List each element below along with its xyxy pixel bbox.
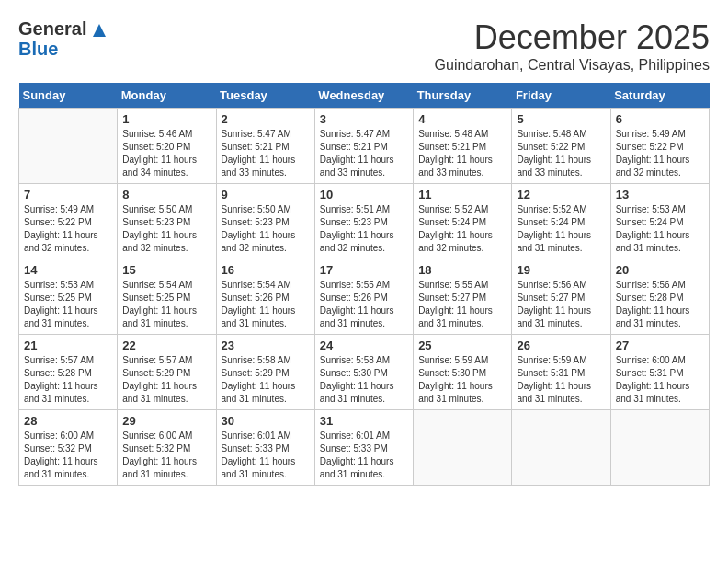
calendar-header-tuesday: Tuesday: [216, 83, 314, 109]
table-row: 8Sunrise: 5:50 AM Sunset: 5:23 PM Daylig…: [118, 184, 216, 259]
logo-general: General: [18, 18, 86, 39]
table-row: 22Sunrise: 5:57 AM Sunset: 5:29 PM Dayli…: [118, 335, 216, 410]
day-number: 24: [320, 339, 408, 352]
day-info: Sunrise: 6:00 AM Sunset: 5:32 PM Dayligh…: [24, 430, 112, 481]
day-info: Sunrise: 5:50 AM Sunset: 5:23 PM Dayligh…: [222, 203, 310, 255]
day-number: 17: [320, 263, 408, 277]
calendar-header-thursday: Thursday: [414, 83, 512, 109]
day-number: 20: [616, 263, 704, 277]
calendar-week-row: 7Sunrise: 5:49 AM Sunset: 5:22 PM Daylig…: [19, 184, 710, 259]
table-row: [610, 410, 709, 486]
day-info: Sunrise: 5:52 AM Sunset: 5:24 PM Dayligh…: [418, 203, 506, 255]
table-row: 13Sunrise: 5:53 AM Sunset: 5:24 PM Dayli…: [610, 184, 709, 259]
table-row: 23Sunrise: 5:58 AM Sunset: 5:29 PM Dayli…: [216, 335, 314, 410]
logo-icon: [93, 24, 106, 37]
location: Guindarohan, Central Visayas, Philippine…: [435, 57, 710, 74]
day-info: Sunrise: 5:53 AM Sunset: 5:25 PM Dayligh…: [24, 279, 112, 330]
day-number: 11: [418, 188, 506, 201]
day-number: 10: [320, 188, 408, 201]
calendar-header-friday: Friday: [512, 83, 610, 109]
table-row: 28Sunrise: 6:00 AM Sunset: 5:32 PM Dayli…: [19, 410, 118, 486]
day-info: Sunrise: 5:47 AM Sunset: 5:21 PM Dayligh…: [222, 128, 310, 179]
month-title: December 2025: [435, 18, 710, 57]
day-info: Sunrise: 6:00 AM Sunset: 5:31 PM Dayligh…: [616, 354, 704, 406]
day-info: Sunrise: 5:57 AM Sunset: 5:28 PM Dayligh…: [24, 354, 112, 406]
day-number: 1: [122, 112, 210, 126]
day-number: 6: [616, 112, 704, 126]
calendar-week-row: 28Sunrise: 6:00 AM Sunset: 5:32 PM Dayli…: [19, 410, 710, 486]
calendar-header-wednesday: Wednesday: [314, 83, 413, 109]
calendar-table: SundayMondayTuesdayWednesdayThursdayFrid…: [18, 83, 710, 486]
day-info: Sunrise: 6:00 AM Sunset: 5:32 PM Dayligh…: [122, 430, 210, 481]
calendar-week-row: 1Sunrise: 5:46 AM Sunset: 5:20 PM Daylig…: [19, 109, 710, 184]
day-info: Sunrise: 5:54 AM Sunset: 5:26 PM Dayligh…: [222, 279, 310, 330]
day-info: Sunrise: 5:48 AM Sunset: 5:21 PM Dayligh…: [418, 128, 506, 179]
day-number: 27: [616, 339, 704, 352]
day-number: 2: [222, 112, 310, 126]
day-info: Sunrise: 6:01 AM Sunset: 5:33 PM Dayligh…: [320, 430, 408, 481]
day-info: Sunrise: 5:49 AM Sunset: 5:22 PM Dayligh…: [616, 128, 704, 179]
day-number: 19: [517, 263, 605, 277]
day-number: 12: [517, 188, 605, 201]
day-info: Sunrise: 5:49 AM Sunset: 5:22 PM Dayligh…: [24, 203, 112, 255]
table-row: 27Sunrise: 6:00 AM Sunset: 5:31 PM Dayli…: [610, 335, 709, 410]
table-row: 29Sunrise: 6:00 AM Sunset: 5:32 PM Dayli…: [118, 410, 216, 486]
table-row: 31Sunrise: 6:01 AM Sunset: 5:33 PM Dayli…: [314, 410, 413, 486]
day-info: Sunrise: 5:50 AM Sunset: 5:23 PM Dayligh…: [122, 203, 210, 255]
day-number: 3: [320, 112, 408, 126]
day-info: Sunrise: 5:57 AM Sunset: 5:29 PM Dayligh…: [122, 354, 210, 406]
table-row: 10Sunrise: 5:51 AM Sunset: 5:23 PM Dayli…: [314, 184, 413, 259]
day-info: Sunrise: 5:56 AM Sunset: 5:28 PM Dayligh…: [616, 279, 704, 330]
table-row: 20Sunrise: 5:56 AM Sunset: 5:28 PM Dayli…: [610, 259, 709, 335]
day-info: Sunrise: 5:55 AM Sunset: 5:27 PM Dayligh…: [418, 279, 506, 330]
day-info: Sunrise: 5:59 AM Sunset: 5:31 PM Dayligh…: [517, 354, 605, 406]
table-row: 16Sunrise: 5:54 AM Sunset: 5:26 PM Dayli…: [216, 259, 314, 335]
table-row: [414, 410, 512, 486]
calendar-header-sunday: Sunday: [19, 83, 118, 109]
table-row: [19, 109, 118, 184]
table-row: 3Sunrise: 5:47 AM Sunset: 5:21 PM Daylig…: [314, 109, 413, 184]
day-number: 21: [24, 339, 112, 352]
table-row: [512, 410, 610, 486]
day-info: Sunrise: 5:59 AM Sunset: 5:30 PM Dayligh…: [418, 354, 506, 406]
table-row: 14Sunrise: 5:53 AM Sunset: 5:25 PM Dayli…: [19, 259, 118, 335]
day-info: Sunrise: 5:53 AM Sunset: 5:24 PM Dayligh…: [616, 203, 704, 255]
table-row: 24Sunrise: 5:58 AM Sunset: 5:30 PM Dayli…: [314, 335, 413, 410]
table-row: 26Sunrise: 5:59 AM Sunset: 5:31 PM Dayli…: [512, 335, 610, 410]
day-info: Sunrise: 5:54 AM Sunset: 5:25 PM Dayligh…: [122, 279, 210, 330]
day-info: Sunrise: 5:56 AM Sunset: 5:27 PM Dayligh…: [517, 279, 605, 330]
day-number: 26: [517, 339, 605, 352]
table-row: 2Sunrise: 5:47 AM Sunset: 5:21 PM Daylig…: [216, 109, 314, 184]
table-row: 30Sunrise: 6:01 AM Sunset: 5:33 PM Dayli…: [216, 410, 314, 486]
day-number: 25: [418, 339, 506, 352]
day-info: Sunrise: 5:46 AM Sunset: 5:20 PM Dayligh…: [122, 128, 210, 179]
day-number: 23: [222, 339, 310, 352]
logo-blue-text: [86, 18, 107, 39]
logo: General Blue: [18, 18, 107, 59]
day-number: 28: [24, 414, 112, 428]
day-number: 15: [122, 263, 210, 277]
table-row: 15Sunrise: 5:54 AM Sunset: 5:25 PM Dayli…: [118, 259, 216, 335]
day-number: 13: [616, 188, 704, 201]
calendar-header-row: SundayMondayTuesdayWednesdayThursdayFrid…: [19, 83, 710, 109]
day-info: Sunrise: 5:51 AM Sunset: 5:23 PM Dayligh…: [320, 203, 408, 255]
day-info: Sunrise: 5:48 AM Sunset: 5:22 PM Dayligh…: [517, 128, 605, 179]
title-section: December 2025 Guindarohan, Central Visay…: [435, 18, 710, 74]
day-number: 9: [222, 188, 310, 201]
day-number: 4: [418, 112, 506, 126]
day-number: 31: [320, 414, 408, 428]
calendar-header-monday: Monday: [118, 83, 216, 109]
day-number: 7: [24, 188, 112, 201]
calendar-week-row: 21Sunrise: 5:57 AM Sunset: 5:28 PM Dayli…: [19, 335, 710, 410]
day-number: 29: [122, 414, 210, 428]
day-info: Sunrise: 5:47 AM Sunset: 5:21 PM Dayligh…: [320, 128, 408, 179]
table-row: 11Sunrise: 5:52 AM Sunset: 5:24 PM Dayli…: [414, 184, 512, 259]
table-row: 5Sunrise: 5:48 AM Sunset: 5:22 PM Daylig…: [512, 109, 610, 184]
day-number: 16: [222, 263, 310, 277]
table-row: 25Sunrise: 5:59 AM Sunset: 5:30 PM Dayli…: [414, 335, 512, 410]
table-row: 6Sunrise: 5:49 AM Sunset: 5:22 PM Daylig…: [610, 109, 709, 184]
day-info: Sunrise: 5:58 AM Sunset: 5:30 PM Dayligh…: [320, 354, 408, 406]
table-row: 9Sunrise: 5:50 AM Sunset: 5:23 PM Daylig…: [216, 184, 314, 259]
table-row: 4Sunrise: 5:48 AM Sunset: 5:21 PM Daylig…: [414, 109, 512, 184]
svg-marker-0: [93, 24, 106, 37]
